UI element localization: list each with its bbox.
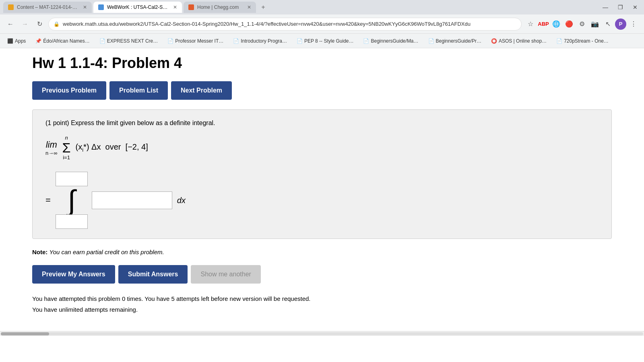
- bookmark-icon-8: ⭕: [491, 38, 497, 44]
- scrollbar-track: [1, 332, 643, 335]
- integral-container: ∫: [56, 172, 88, 229]
- browser-icon-2[interactable]: 🔴: [564, 19, 575, 30]
- action-buttons: Preview My Answers Submit Answers Show m…: [32, 265, 612, 284]
- bookmark-messer-label: Professor Messer IT…: [175, 38, 223, 44]
- problem-nav-buttons: Previous Problem Problem List Next Probl…: [32, 81, 612, 100]
- secure-icon: 🔒: [54, 21, 60, 27]
- math-expression: lim n→∞ n Σ i=1 (xi*) Δx over [−2, 4]: [45, 135, 599, 160]
- bookmark-edo[interactable]: 📌 Édo/African Names…: [33, 37, 92, 45]
- bookmark-messer[interactable]: 📄 Professor Messer IT…: [165, 37, 226, 45]
- cursor-icon[interactable]: ↖: [602, 19, 613, 30]
- tab-close-chegg[interactable]: ✕: [247, 4, 251, 10]
- bookmark-pep8[interactable]: 📄 PEP 8 -- Style Guide…: [294, 37, 356, 45]
- scrollbar-thumb[interactable]: [1, 332, 49, 335]
- lim-subscript: n→∞: [45, 150, 58, 156]
- problem-list-button[interactable]: Problem List: [109, 81, 168, 100]
- integral-sign: ∫: [68, 186, 75, 214]
- address-bar: ← → ↻ 🔒 webwork.math.utsa.edu/webwork2/U…: [0, 14, 644, 34]
- toolbar-actions: ☆ ABP 🌐 🔴 ⚙ 📷 ↖ P ⋮: [525, 19, 639, 30]
- sigma-sub: i=1: [63, 154, 70, 160]
- bookmark-pep8-label: PEP 8 -- Style Guide…: [304, 38, 354, 44]
- bookmark-icon-2: 📄: [99, 38, 105, 44]
- tab-webwork[interactable]: WeBWorK : UTSA-Cal2-Section-0… ✕: [93, 2, 182, 13]
- bookmark-720p-label: 720pStream - One…: [564, 38, 609, 44]
- url-bar[interactable]: 🔒 webwork.math.utsa.edu/webwork2/UTSA-Ca…: [48, 18, 522, 31]
- bookmark-icon-3: 📄: [167, 38, 173, 44]
- bounds-inputs: ∫: [56, 172, 88, 229]
- horizontal-scrollbar[interactable]: [0, 331, 644, 336]
- reload-button[interactable]: ↻: [34, 19, 45, 30]
- bookmark-intro[interactable]: 📄 Introductory Progra…: [231, 37, 289, 45]
- bookmark-beginners-ma[interactable]: 📄 BeginnersGuide/Ma…: [361, 37, 421, 45]
- bookmark-icon-1: 📌: [35, 38, 41, 44]
- show-another-button[interactable]: Show me another: [191, 265, 260, 284]
- new-tab-button[interactable]: +: [258, 2, 269, 13]
- bookmark-beginners-pr[interactable]: 📄 BeginnersGuide/Pr…: [426, 37, 484, 45]
- tab-favicon-webwork: [98, 4, 104, 10]
- window-controls: — ❐ ✕: [599, 2, 641, 12]
- minimize-button[interactable]: —: [599, 2, 611, 12]
- sigma-block: n Σ i=1: [62, 135, 71, 160]
- problem-text: Express the limit given below as a defin…: [71, 119, 215, 126]
- bookmark-icon-9: 📄: [556, 38, 562, 44]
- bookmark-icon-4: 📄: [233, 38, 239, 44]
- problem-box: (1 point) Express the limit given below …: [32, 109, 612, 239]
- page-title: Hw 1 1.1-4: Problem 4: [32, 55, 612, 72]
- profile-icon[interactable]: P: [615, 19, 626, 30]
- integrand-input[interactable]: [92, 191, 172, 209]
- bookmark-asos-label: ASOS | Online shop…: [499, 38, 547, 44]
- tab-close-webwork[interactable]: ✕: [173, 4, 177, 10]
- preview-answers-button[interactable]: Preview My Answers: [32, 265, 115, 284]
- tab-favicon-chegg: [188, 4, 194, 10]
- browser-icon-3[interactable]: ⚙: [576, 19, 588, 30]
- next-problem-button[interactable]: Next Problem: [171, 81, 232, 100]
- tab-content[interactable]: Content – MAT-1224-014-Sprin… ✕: [3, 2, 92, 13]
- bookmark-720p[interactable]: 📄 720pStream - One…: [554, 37, 611, 45]
- close-button[interactable]: ✕: [630, 2, 641, 12]
- attempt-line-2: You have unlimited attempts remaining.: [32, 304, 612, 315]
- problem-statement: (1 point) Express the limit given below …: [45, 119, 599, 127]
- attempt-line-1: You have attempted this problem 0 times.…: [32, 293, 612, 304]
- tab-label-webwork: WeBWorK : UTSA-Cal2-Section-0…: [107, 4, 170, 10]
- page-content: Hw 1 1.1-4: Problem 4 Previous Problem P…: [0, 48, 644, 331]
- star-icon[interactable]: ☆: [525, 19, 536, 30]
- lower-bound-input[interactable]: [56, 214, 88, 229]
- previous-problem-button[interactable]: Previous Problem: [32, 81, 106, 100]
- browser-icon-4[interactable]: 📷: [589, 19, 601, 30]
- problem-points: (1 point): [45, 119, 69, 126]
- bookmark-edo-label: Édo/African Names…: [43, 38, 89, 44]
- forward-button[interactable]: →: [19, 19, 31, 30]
- note-section: Note: You can earn partial credit on thi…: [32, 249, 612, 255]
- title-bar: Content – MAT-1224-014-Sprin… ✕ WeBWorK …: [0, 0, 644, 14]
- note-label: Note:: [32, 249, 47, 255]
- bookmark-express[interactable]: 📄 EXPRESS NEXT Cre…: [97, 37, 160, 45]
- bookmark-apps[interactable]: ⬛ Apps: [5, 37, 28, 45]
- bookmark-beginners-pr-label: BeginnersGuide/Pr…: [436, 38, 481, 44]
- bookmark-icon-7: 📄: [428, 38, 434, 44]
- bookmark-apps-label: Apps: [15, 38, 26, 44]
- sigma-char: Σ: [62, 141, 71, 154]
- back-button[interactable]: ←: [5, 19, 16, 30]
- menu-icon[interactable]: ⋮: [628, 19, 639, 30]
- note-text: You can earn partial credit on this prob…: [50, 249, 164, 255]
- math-term: (xi*) Δx over [−2, 4]: [76, 142, 148, 153]
- bookmark-beginners-ma-label: BeginnersGuide/Ma…: [371, 38, 418, 44]
- tab-close-content[interactable]: ✕: [83, 4, 87, 10]
- submit-answers-button[interactable]: Submit Answers: [118, 265, 188, 284]
- bookmark-express-label: EXPRESS NEXT Cre…: [107, 38, 158, 44]
- abp-icon[interactable]: ABP: [538, 19, 549, 30]
- tab-label-chegg: Home | Chegg.com: [197, 4, 244, 10]
- bookmark-intro-label: Introductory Progra…: [241, 38, 287, 44]
- upper-bound-input[interactable]: [56, 172, 88, 186]
- tab-chegg[interactable]: Home | Chegg.com ✕: [184, 2, 256, 13]
- lim-block: lim n→∞: [45, 140, 58, 156]
- bookmark-asos[interactable]: ⭕ ASOS | Online shop…: [489, 37, 549, 45]
- tab-label-content: Content – MAT-1224-014-Sprin…: [17, 4, 80, 10]
- lim-text: lim: [46, 140, 57, 150]
- restore-button[interactable]: ❐: [615, 2, 626, 12]
- bookmark-icon-5: 📄: [297, 38, 303, 44]
- browser-window: Content – MAT-1224-014-Sprin… ✕ WeBWorK …: [0, 0, 644, 336]
- tab-favicon-content: [8, 4, 14, 10]
- browser-icon-1[interactable]: 🌐: [551, 19, 562, 30]
- equals-sign: =: [45, 195, 51, 206]
